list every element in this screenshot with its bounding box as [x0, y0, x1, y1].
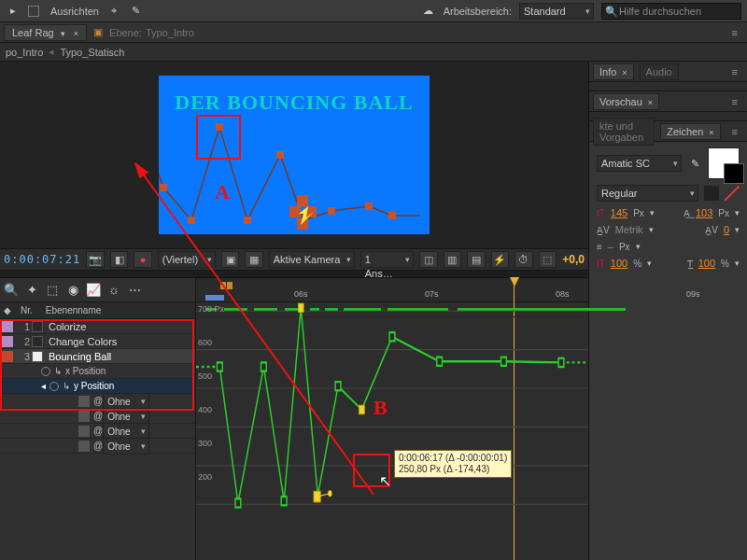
time-ruler[interactable]: 06s 07s 08s 09s: [196, 278, 588, 302]
camera-select[interactable]: Aktive Kamera: [269, 251, 355, 268]
flowchart-button[interactable]: ⬚: [539, 251, 557, 268]
more-icon[interactable]: ⋯: [127, 283, 142, 298]
comp-tab[interactable]: Leaf Rag ▾ ×: [4, 24, 87, 41]
stopwatch-icon[interactable]: [41, 367, 50, 376]
svg-rect-29: [298, 303, 303, 312]
prop-x-position[interactable]: ↳ x Position: [0, 364, 195, 379]
shy-icon[interactable]: ✦: [24, 283, 39, 298]
character-tab[interactable]: Zeichen×: [660, 123, 720, 140]
panel-menu-icon[interactable]: ≡: [726, 66, 743, 77]
breadcrumb-item[interactable]: Typo_Statisch: [60, 47, 124, 58]
panel-menu-icon[interactable]: ≡: [726, 96, 743, 107]
roi-button[interactable]: ▣: [221, 251, 240, 268]
comp-viewer[interactable]: DER BOUNCING BALL A: [0, 62, 588, 248]
breadcrumb-item[interactable]: po_Intro: [6, 47, 43, 58]
fast-preview-icon[interactable]: ⚡: [491, 251, 510, 268]
stroke-swatch[interactable]: [704, 186, 719, 201]
font-size-value[interactable]: 145: [611, 207, 627, 218]
parent-select[interactable]: Ohne: [103, 438, 149, 455]
layer-num: 1: [15, 321, 30, 332]
layer-name: Bouncing Ball: [49, 351, 111, 362]
layer-row-3[interactable]: 3 Bouncing Ball: [0, 349, 195, 364]
panel-menu-icon[interactable]: ≡: [726, 126, 743, 137]
snap-icon[interactable]: ⌖: [106, 4, 121, 19]
graph-editor-icon[interactable]: 📈: [86, 283, 101, 298]
align-checkbox[interactable]: [28, 6, 39, 17]
search-timeline-icon[interactable]: 🔍: [4, 283, 19, 298]
no-fill-icon[interactable]: [725, 186, 740, 201]
eyedropper-icon[interactable]: ✎: [687, 156, 702, 171]
leading-value[interactable]: 103: [696, 207, 712, 218]
parent-row[interactable]: @Ohne: [0, 439, 195, 454]
workspace-value: Standard: [524, 6, 566, 17]
svg-rect-28: [558, 358, 564, 367]
toggle-icon[interactable]: [78, 396, 90, 407]
pickwhip-icon[interactable]: @: [93, 426, 103, 436]
parent-row[interactable]: @Ohne: [0, 394, 195, 409]
channel-button[interactable]: ◧: [110, 251, 129, 268]
snapshot-button[interactable]: 📷: [86, 251, 105, 268]
svg-rect-22: [261, 362, 267, 371]
toggle-icon[interactable]: [78, 411, 90, 422]
ruler-tick: 09s: [686, 289, 700, 299]
parent-row[interactable]: @Ohne: [0, 409, 195, 424]
exposure-value[interactable]: +0,0: [562, 253, 585, 266]
effects-tab[interactable]: kte und Vorgaben: [593, 118, 655, 146]
stroke-width-value[interactable]: –: [608, 241, 613, 252]
prop-y-position[interactable]: ◂ ↳ y Position: [0, 379, 195, 394]
pickwhip-icon[interactable]: @: [93, 396, 103, 406]
hscale-value[interactable]: 100: [698, 258, 715, 269]
kerning-value[interactable]: Metrik: [615, 224, 643, 235]
mask-button[interactable]: ●: [134, 251, 152, 268]
work-area-bar[interactable]: [205, 295, 224, 301]
help-search[interactable]: 🔍 Hilfe durchsuchen: [601, 3, 741, 20]
workspace-select[interactable]: Standard: [519, 3, 594, 20]
tab-dropdown-icon[interactable]: ▾: [61, 29, 65, 38]
font-family-select[interactable]: Amatic SC: [597, 155, 682, 172]
frame-blend-icon[interactable]: ⬚: [45, 283, 60, 298]
close-icon[interactable]: ×: [709, 128, 713, 137]
vscale-value[interactable]: 100: [611, 258, 627, 269]
cloud-icon[interactable]: ☁: [421, 4, 436, 19]
svg-rect-30: [314, 491, 320, 502]
tracking-value[interactable]: 0: [724, 224, 729, 235]
comp-tab-label: Leaf Rag: [12, 27, 54, 38]
pointer-tool-icon[interactable]: ▸: [6, 4, 21, 19]
font-style-select[interactable]: Regular: [597, 185, 698, 202]
prop-label: x Position: [65, 366, 106, 376]
toggle-icon[interactable]: [78, 426, 90, 437]
tool-icon[interactable]: ✎: [129, 4, 144, 19]
layer-row-1[interactable]: 1 Colorize: [0, 319, 195, 334]
view2-icon[interactable]: ▥: [444, 251, 462, 268]
view1-icon[interactable]: ◫: [419, 251, 438, 268]
preview-tab[interactable]: Vorschau×: [593, 93, 659, 110]
close-icon[interactable]: ×: [648, 98, 653, 107]
graph-editor[interactable]: 700 Px 600 500 400 300 200: [196, 302, 588, 560]
timeline-button[interactable]: ⏱: [514, 251, 533, 268]
close-icon[interactable]: ×: [74, 29, 78, 38]
views-select[interactable]: 1 Ans…: [360, 251, 414, 268]
axis-tick: 500: [198, 371, 212, 381]
prop-label: y Position: [74, 381, 114, 391]
pickwhip-icon[interactable]: @: [93, 441, 103, 451]
brainstorm-icon[interactable]: ☼: [106, 283, 121, 298]
audio-tab[interactable]: Audio: [640, 63, 679, 80]
resolution-select[interactable]: (Viertel): [158, 251, 216, 268]
info-tab[interactable]: Info×: [593, 63, 634, 80]
layer-row-2[interactable]: 2 Change Colors: [0, 334, 195, 349]
svg-rect-7: [297, 195, 308, 206]
motion-blur-icon[interactable]: ◉: [65, 283, 80, 298]
parent-row[interactable]: @Ohne: [0, 424, 195, 439]
pickwhip-icon[interactable]: @: [93, 411, 103, 421]
grid-button[interactable]: ▦: [245, 251, 263, 268]
axis-tick: 200: [198, 472, 212, 482]
stopwatch-icon[interactable]: [49, 382, 59, 391]
fill-color-swatch[interactable]: [708, 147, 740, 179]
panel-menu-icon[interactable]: ≡: [726, 27, 743, 38]
toggle-icon[interactable]: [78, 441, 90, 452]
comp-canvas[interactable]: DER BOUNCING BALL A: [159, 76, 430, 234]
close-icon[interactable]: ×: [622, 68, 627, 77]
stroke-width-icon: ≡: [597, 242, 602, 252]
current-timecode[interactable]: 0:00:07:21: [4, 253, 80, 266]
view3-icon[interactable]: ▤: [467, 251, 486, 268]
